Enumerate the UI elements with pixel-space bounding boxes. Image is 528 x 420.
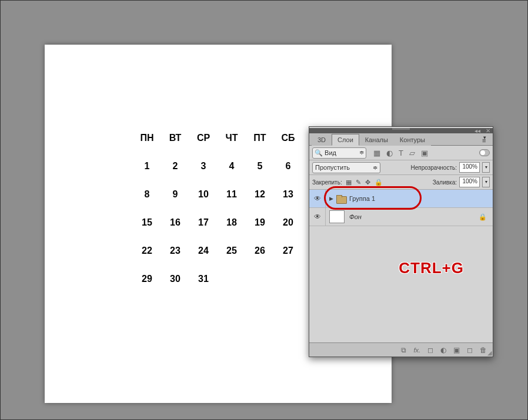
opacity-field[interactable]: 100%	[459, 162, 480, 173]
day-cell: 8	[133, 189, 161, 200]
day-cell: 31	[189, 274, 218, 284]
filter-row: 🔍 Вид ▦ ◐ T ▱ ▣	[309, 146, 493, 160]
visibility-toggle[interactable]: 👁	[309, 208, 326, 226]
calendar-row: 29 30 31	[133, 274, 333, 284]
layers-panel: ◂◂ ✕ 3D Слои Каналы Контуры 🔍 Вид ▦ ◐ T …	[309, 126, 493, 357]
layer-row-group[interactable]: 👁 ▶ Группа 1	[309, 190, 493, 208]
day-cell: 25	[218, 246, 246, 256]
day-cell: 11	[218, 189, 246, 200]
day-cell: 24	[189, 246, 218, 256]
lock-position-icon[interactable]: ✥	[365, 179, 370, 186]
panel-tabs: 3D Слои Каналы Контуры	[309, 133, 493, 146]
panel-menu-icon[interactable]	[482, 135, 490, 142]
day-header: ПН	[133, 133, 161, 143]
resize-grip[interactable]: ◢	[487, 350, 492, 356]
day-cell: 19	[246, 217, 274, 228]
day-cell	[246, 274, 274, 284]
day-cell: 27	[274, 246, 302, 256]
day-cell: 30	[161, 274, 189, 284]
day-cell: 20	[274, 217, 302, 228]
fill-field[interactable]: 100%	[459, 177, 480, 187]
filter-adjust-icon[interactable]: ◐	[386, 149, 393, 157]
filter-shape-icon[interactable]: ▱	[409, 149, 415, 157]
calendar-header-row: ПН ВТ СР ЧТ ПТ СБ ВС	[133, 133, 333, 143]
visibility-toggle[interactable]: 👁	[309, 190, 326, 207]
shortcut-annotation: CTRL+G	[399, 259, 464, 277]
add-mask-icon[interactable]: ◻	[427, 346, 433, 354]
day-header: ЧТ	[218, 133, 246, 143]
day-cell: 16	[161, 217, 189, 228]
folder-icon	[336, 195, 346, 203]
tab-paths[interactable]: Контуры	[394, 134, 431, 146]
panel-footer: ⧉ fx. ◻ ◐ ▣ ◻ 🗑	[309, 342, 493, 357]
opacity-label: Непрозрачность:	[410, 164, 457, 171]
day-header: СБ	[274, 133, 302, 143]
layer-name[interactable]: Группа 1	[349, 195, 375, 202]
tab-3d[interactable]: 3D	[312, 134, 332, 146]
tab-channels[interactable]: Каналы	[359, 134, 394, 146]
day-cell: 9	[161, 189, 189, 200]
filter-toggle[interactable]	[479, 149, 490, 156]
day-cell: 13	[274, 189, 302, 200]
lock-label: Закрепить:	[312, 179, 342, 186]
fill-dropdown-icon[interactable]: ▾	[482, 177, 490, 187]
layer-name[interactable]: Фон	[349, 213, 362, 220]
filter-type-icon[interactable]: T	[399, 149, 403, 157]
panel-grip[interactable]: ◂◂ ✕	[309, 128, 493, 133]
tab-layers[interactable]: Слои	[332, 134, 359, 146]
day-cell: 26	[246, 246, 274, 256]
blend-mode-value: Пропустить	[315, 164, 350, 171]
delete-layer-icon[interactable]: 🗑	[480, 346, 487, 354]
adjustment-layer-icon[interactable]: ◐	[440, 346, 446, 354]
calendar-grid: ПН ВТ СР ЧТ ПТ СБ ВС 1 2 3 4 5 6 7 8 9 1…	[133, 133, 333, 302]
day-cell: 2	[161, 161, 189, 172]
new-layer-icon[interactable]: ◻	[467, 346, 473, 354]
day-cell: 17	[189, 217, 218, 228]
day-header: ВТ	[161, 133, 189, 143]
filter-pixel-icon[interactable]: ▦	[373, 149, 380, 157]
day-cell: 23	[161, 246, 189, 256]
day-cell: 6	[274, 161, 302, 172]
calendar-row: 22 23 24 25 26 27 28	[133, 246, 333, 256]
day-header: СР	[189, 133, 218, 143]
lock-pixels-icon[interactable]: ▦	[346, 179, 352, 186]
opacity-dropdown-icon[interactable]: ▾	[482, 162, 490, 173]
day-cell: 5	[246, 161, 274, 172]
blend-row: Пропустить Непрозрачность: 100% ▾	[309, 160, 493, 175]
calendar-row: 1 2 3 4 5 6 7	[133, 161, 333, 172]
day-cell: 15	[133, 217, 161, 228]
day-cell	[274, 274, 302, 284]
day-cell: 29	[133, 274, 161, 284]
kind-select[interactable]: 🔍 Вид	[312, 147, 366, 159]
new-group-icon[interactable]: ▣	[453, 346, 460, 354]
kind-label: Вид	[325, 149, 336, 156]
day-cell: 1	[133, 161, 161, 172]
day-cell: 12	[246, 189, 274, 200]
blend-mode-select[interactable]: Пропустить	[312, 162, 380, 173]
search-icon: 🔍	[315, 149, 323, 157]
lock-all-icon[interactable]: 🔒	[375, 179, 383, 186]
layer-thumbnail[interactable]	[329, 210, 345, 223]
day-cell: 4	[218, 161, 246, 172]
calendar-row: 15 16 17 18 19 20 21	[133, 217, 333, 228]
disclosure-icon[interactable]: ▶	[329, 196, 333, 201]
lock-brush-icon[interactable]: ✎	[356, 179, 361, 186]
day-cell: 18	[218, 217, 246, 228]
filter-smart-icon[interactable]: ▣	[421, 149, 428, 157]
lock-row: Закрепить: ▦ ✎ ✥ 🔒 Заливка: 100% ▾	[309, 175, 493, 190]
day-cell: 22	[133, 246, 161, 256]
lock-icon: 🔒	[479, 213, 487, 221]
day-header: ПТ	[246, 133, 274, 143]
layer-row-background[interactable]: 👁 Фон 🔒	[309, 208, 493, 226]
fill-label: Заливка:	[433, 179, 457, 186]
day-cell: 10	[189, 189, 218, 200]
layer-style-icon[interactable]: fx.	[413, 347, 420, 354]
day-cell: 3	[189, 161, 218, 172]
calendar-row: 8 9 10 11 12 13 14	[133, 189, 333, 200]
day-cell	[218, 274, 246, 284]
link-layers-icon[interactable]: ⧉	[401, 346, 406, 354]
